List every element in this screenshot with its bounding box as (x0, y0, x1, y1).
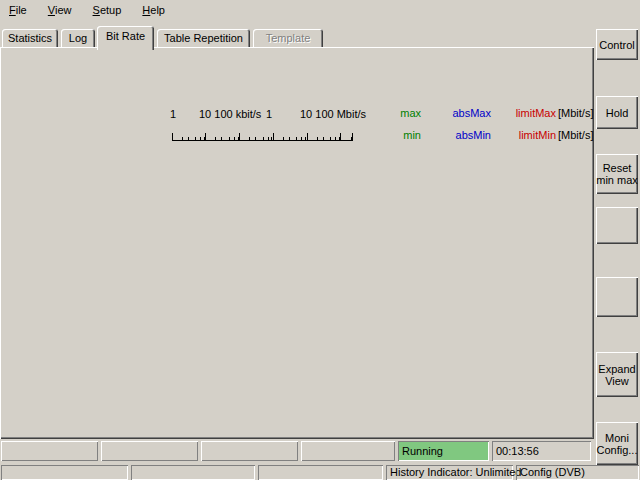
config-indicator: Config (DVB) (516, 465, 639, 480)
menu-file[interactable]: File (0, 0, 36, 24)
column-header-unit-min: [Mbit/s] (558, 129, 602, 141)
bit-rate-panel: 1 10 100 kbit/s 1 10 100 Mbit/s max absM… (0, 47, 594, 439)
column-header-absmin: absMin (443, 129, 491, 141)
status-panel-4 (301, 441, 395, 461)
menu-help[interactable]: Help (133, 0, 174, 24)
history-indicator: History Indicator: Unlimited (386, 465, 513, 480)
statusbar-panel-2 (131, 465, 255, 480)
tab-statistics[interactable]: Statistics (2, 29, 58, 48)
side-button-blank-2[interactable] (596, 277, 638, 317)
log-scale-ruler (172, 129, 354, 142)
tab-log[interactable]: Log (61, 29, 95, 48)
elapsed-time: 00:13:56 (492, 441, 591, 461)
scale-label-mbit-group: 10 100 Mbit/s (300, 108, 366, 120)
hold-button[interactable]: Hold (596, 96, 638, 129)
menu-setup[interactable]: Setup (84, 0, 131, 24)
column-header-limitmin: limitMin (506, 129, 556, 141)
statusbar-panel-1 (1, 465, 128, 480)
app-window: File View Setup Help Statistics Log Bit … (0, 0, 640, 480)
reset-min-max-button[interactable]: Reset min max (596, 154, 638, 194)
statusbar-panel-3 (258, 465, 383, 480)
side-button-blank-1[interactable] (596, 207, 638, 244)
scale-label-1kbit: 1 (170, 108, 176, 120)
running-status: Running (398, 441, 489, 461)
status-panel-1 (1, 441, 98, 461)
menu-view[interactable]: View (39, 0, 81, 24)
column-header-max: max (383, 107, 421, 119)
scale-label-1mbit: 1 (266, 108, 272, 120)
tab-bit-rate[interactable]: Bit Rate (97, 26, 154, 50)
scale-label-kbit-group: 10 100 kbit/s (199, 108, 261, 120)
expand-view-button[interactable]: Expand View (596, 352, 638, 397)
control-button[interactable]: Control (596, 29, 638, 60)
column-header-absmax: absMax (443, 107, 491, 119)
status-panel-2 (101, 441, 198, 461)
tab-template: Template (253, 29, 323, 48)
status-panel-3 (201, 441, 298, 461)
tab-table-repetition[interactable]: Table Repetition (157, 29, 250, 48)
moni-config-button[interactable]: Moni Config... (596, 422, 638, 465)
column-header-limitmax: limitMax (506, 107, 556, 119)
menu-bar: File View Setup Help (0, 0, 640, 24)
column-header-min: min (383, 129, 421, 141)
